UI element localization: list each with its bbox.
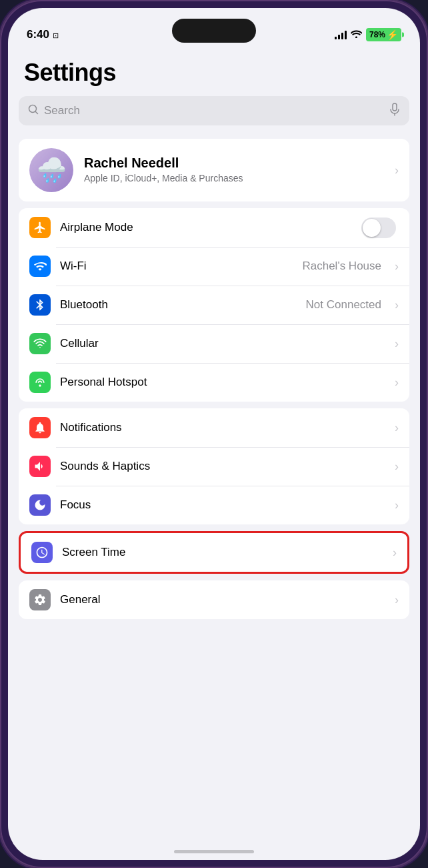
connectivity-section: Airplane Mode Wi-Fi Rachel's House › [19,208,409,402]
airplane-mode-icon [29,217,51,238]
signal-bar-3 [341,33,343,39]
profile-subtitle: Apple ID, iCloud+, Media & Purchases [84,172,384,184]
profile-name: Rachel Needell [84,155,384,171]
phone-frame: 6:40 ⊡ 78% [0,0,428,868]
battery-indicator: 78% ⚡ [366,28,401,41]
profile-avatar: 🌧️ [29,148,73,192]
bluetooth-value: Not Connected [306,298,381,312]
screen-time-label: Screen Time [62,546,383,559]
home-indicator [174,850,254,853]
search-bar[interactable]: Search [19,96,409,125]
battery-percentage: 78 [369,30,378,39]
profile-info: Rachel Needell Apple ID, iCloud+, Media … [84,155,384,184]
notifications-section: Notifications › Sounds & Haptics › [19,408,409,524]
cellular-row[interactable]: Cellular › [19,324,409,363]
focus-row[interactable]: Focus › [19,486,409,524]
focus-label: Focus [60,498,385,512]
cellular-label: Cellular [60,337,385,350]
sounds-haptics-label: Sounds & Haptics [60,460,385,473]
general-row[interactable]: General › [19,580,409,619]
cellular-icon [29,333,51,354]
sounds-haptics-icon [29,456,51,477]
screen-time-row[interactable]: Screen Time › [21,533,407,572]
focus-chevron: › [395,498,399,512]
scroll-content: Settings Search [8,47,420,860]
search-placeholder: Search [44,104,384,117]
svg-rect-1 [393,103,397,111]
notifications-chevron: › [395,421,399,435]
bluetooth-icon [29,294,51,316]
personal-hotspot-label: Personal Hotspot [60,376,385,389]
profile-chevron: › [395,163,399,177]
page-title: Settings [8,47,420,96]
notifications-label: Notifications [60,421,385,434]
notifications-icon [29,417,51,438]
profile-row[interactable]: 🌧️ Rachel Needell Apple ID, iCloud+, Med… [19,139,409,201]
wifi-row[interactable]: Wi-Fi Rachel's House › [19,247,409,286]
battery-bolt-icon: ⚡ [387,29,398,40]
bluetooth-row[interactable]: Bluetooth Not Connected › [19,286,409,324]
wifi-status-icon [351,29,362,40]
general-section: General › [19,580,409,619]
personal-hotspot-icon [29,372,51,393]
profile-card[interactable]: 🌧️ Rachel Needell Apple ID, iCloud+, Med… [19,139,409,201]
general-label: General [60,593,385,606]
screen-lock-icon: ⊡ [53,31,59,40]
wifi-icon [29,256,51,277]
airplane-mode-toggle[interactable] [361,218,396,238]
airplane-mode-row[interactable]: Airplane Mode [19,208,409,247]
notifications-row[interactable]: Notifications › [19,408,409,447]
phone-screen: 6:40 ⊡ 78% [8,8,420,860]
mic-icon[interactable] [389,103,400,119]
cellular-chevron: › [395,337,399,351]
toggle-off[interactable] [361,218,396,238]
wifi-chevron: › [395,260,399,274]
sounds-haptics-row[interactable]: Sounds & Haptics › [19,447,409,486]
airplane-mode-label: Airplane Mode [60,221,352,234]
screen-time-card[interactable]: Screen Time › [19,531,409,574]
status-icons: 78% ⚡ [335,28,401,43]
search-icon [28,104,39,117]
signal-bar-1 [335,37,337,39]
focus-icon [29,494,51,516]
signal-bar-2 [338,35,340,39]
dynamic-island [172,19,256,43]
signal-bar-4 [345,31,347,39]
screen-time-icon [31,542,53,563]
bluetooth-label: Bluetooth [60,298,297,312]
general-icon [29,589,51,610]
wifi-value: Rachel's House [302,260,381,273]
wifi-label: Wi-Fi [60,260,293,273]
signal-bars [335,30,347,39]
personal-hotspot-row[interactable]: Personal Hotspot › [19,363,409,402]
screen-time-chevron: › [393,546,397,560]
profile-avatar-emoji: 🌧️ [37,156,67,184]
status-time: 6:40 [27,28,49,43]
general-chevron: › [395,593,399,607]
bluetooth-chevron: › [395,298,399,312]
personal-hotspot-chevron: › [395,376,399,390]
sounds-haptics-chevron: › [395,460,399,474]
